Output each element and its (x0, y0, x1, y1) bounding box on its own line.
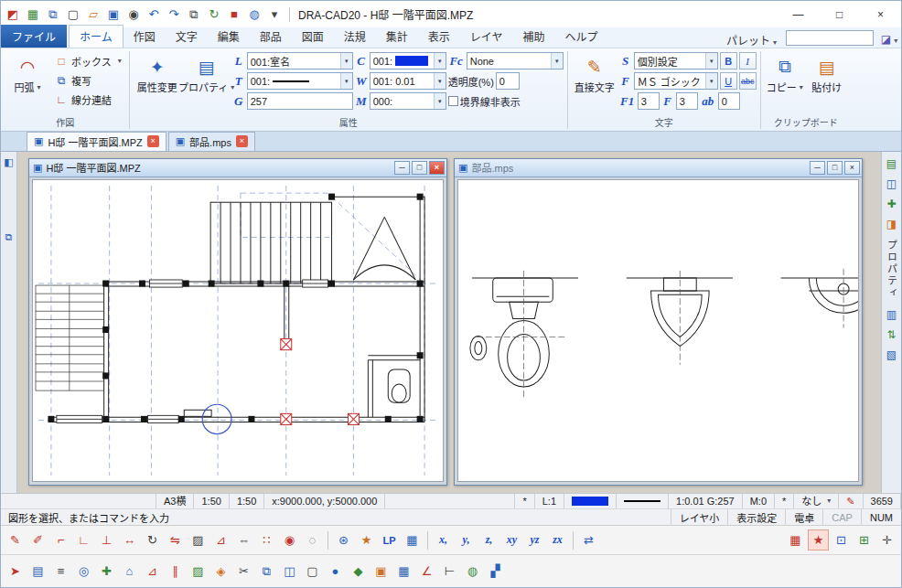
hatch-tool-icon[interactable]: ▨ (188, 529, 209, 551)
property-button[interactable]: ▤ プロパティ (183, 51, 231, 95)
settings-icon[interactable]: ⊛ (333, 529, 354, 551)
box-button[interactable]: □ボックス (51, 51, 125, 70)
dock-pages-icon[interactable]: ◧ (2, 155, 16, 170)
grid-icon[interactable]: ▦ (393, 561, 414, 582)
new-drawing-icon[interactable]: ▦ (24, 5, 42, 24)
print-preview-icon[interactable]: ◉ (124, 5, 143, 24)
add-icon[interactable]: ✚ (96, 561, 117, 582)
view-scale[interactable]: 1:50 (230, 494, 264, 509)
layer-small-button[interactable]: レイヤ小 (671, 509, 728, 526)
window-close-button[interactable]: × (429, 161, 445, 175)
underline-button[interactable]: U (720, 72, 737, 90)
corner-join-tool-icon[interactable]: ∟ (73, 529, 94, 551)
list-icon[interactable]: ≡ (50, 561, 71, 582)
target-icon[interactable]: ◎ (73, 561, 94, 582)
array-tool-icon[interactable]: ∷ (256, 529, 277, 551)
offset-tool-icon[interactable]: ⌐ (50, 529, 71, 551)
join-lines-button[interactable]: ∟線分連結 (51, 90, 125, 109)
node-tool-icon[interactable]: ◉ (279, 529, 300, 551)
drawing-scale[interactable]: 1:50 (194, 494, 229, 509)
boundary-hide-checkbox[interactable] (448, 96, 458, 106)
diamond-icon[interactable]: ◈ (210, 561, 231, 582)
close-tab-icon[interactable]: × (236, 135, 248, 147)
parts-window-titlebar[interactable]: ▣ 部品.mps ─ □ × (455, 159, 862, 177)
save-icon[interactable]: ▣ (104, 5, 123, 24)
coord-y-button[interactable]: y, (456, 529, 477, 551)
close-button[interactable]: × (860, 1, 901, 27)
strikethrough-button[interactable]: abc (739, 72, 757, 90)
paste-button[interactable]: ▤ 貼付け (807, 51, 847, 95)
maximize-button[interactable]: □ (819, 1, 860, 27)
edit-point-tool-icon[interactable]: ✎ (5, 529, 26, 551)
layer-combo[interactable]: 001:室名 (247, 52, 353, 69)
triangle-snap-icon[interactable]: ⊿ (142, 561, 163, 582)
property-panel-tab[interactable]: プロパティ (885, 240, 899, 299)
draw-line-tool-icon[interactable]: ✐ (27, 529, 48, 551)
current-color[interactable] (564, 494, 617, 509)
text-width-input[interactable]: 3 (676, 92, 698, 110)
arc-button[interactable]: ◠ 円弧 (5, 51, 49, 95)
material-combo[interactable]: 000: (370, 92, 446, 110)
mirror-tool-icon[interactable]: ⇋ (165, 529, 186, 551)
palette-grid-icon[interactable]: ▥ (884, 306, 900, 323)
doc-tab-parts[interactable]: ▣ 部品.mps × (168, 132, 255, 151)
window-maximize-button[interactable]: □ (412, 161, 427, 175)
tab-file[interactable]: ファイル (1, 25, 67, 48)
coord-xy-button[interactable]: xy (501, 529, 522, 551)
pages-icon[interactable]: ▤ (27, 561, 48, 582)
box-select-icon[interactable]: ▢ (302, 561, 323, 582)
doc-tab-floorplan[interactable]: ▣ H邸 一階平面図.MPZ × (27, 132, 166, 151)
ruler-icon[interactable]: ⊢ (439, 561, 460, 582)
zoom-window-icon[interactable]: ▦ (785, 529, 806, 551)
current-linetype[interactable] (617, 494, 669, 509)
palette-menu-button[interactable]: パレット (721, 32, 782, 48)
current-material[interactable]: M:0 (743, 494, 775, 509)
color-combo[interactable]: 001: (370, 52, 446, 69)
lp-button[interactable]: LP (379, 529, 400, 551)
window-maximize-button[interactable]: □ (827, 161, 843, 175)
tab-home[interactable]: ホーム (69, 25, 123, 48)
tab-text[interactable]: 文字 (166, 26, 208, 48)
search-input[interactable] (786, 30, 874, 46)
angle-icon[interactable]: ∠ (416, 561, 437, 582)
rotate-tool-icon[interactable]: ↻ (142, 529, 163, 551)
dock-views-icon[interactable]: ⧉ (2, 230, 16, 245)
quick-access-options-icon[interactable]: ▾ (265, 5, 284, 24)
group-number-input[interactable]: 257 (247, 92, 353, 110)
direct-text-button[interactable]: ✎ 直接文字 (572, 51, 617, 95)
fill-icon[interactable]: ▣ (370, 561, 392, 582)
window-close-button[interactable]: × (844, 161, 860, 175)
refresh-icon[interactable]: ↻ (205, 5, 223, 24)
tab-layer[interactable]: レイヤ (460, 26, 513, 48)
erase-tool-icon[interactable]: ◌ (302, 529, 323, 551)
tab-edit[interactable]: 編集 (208, 26, 250, 48)
fill-color-combo[interactable]: None (467, 52, 564, 69)
attr-change-button[interactable]: ✦ 属性変更 (134, 51, 181, 95)
current-layer[interactable]: L:1 (535, 494, 564, 509)
display-settings-button[interactable]: 表示設定 (727, 509, 785, 526)
point-icon[interactable]: ● (325, 561, 346, 582)
floorplan-canvas[interactable] (32, 179, 444, 482)
chart-icon[interactable]: ▞ (485, 561, 506, 582)
close-tab-icon[interactable]: × (147, 135, 159, 147)
tab-regulation[interactable]: 法規 (334, 26, 376, 48)
dimension-tool-icon[interactable]: ⇔ (233, 529, 254, 551)
pen-status-icon[interactable]: ✎ (839, 494, 863, 509)
palette-hatch-icon[interactable]: ▧ (884, 347, 900, 363)
page-setup-icon[interactable]: ⧉ (185, 5, 203, 24)
ribbon-options-icon[interactable]: ◪ (877, 33, 901, 48)
paper-size[interactable]: A3横 (156, 494, 194, 509)
flag-icon[interactable]: ➤ (5, 561, 26, 582)
palette-sort-icon[interactable]: ⇅ (884, 326, 900, 343)
calculator-button[interactable]: 電卓 (785, 509, 822, 526)
zoom-fit-icon[interactable]: ★ (808, 529, 829, 551)
minimize-button[interactable]: — (778, 1, 819, 27)
print-area-icon[interactable]: ⊞ (854, 529, 875, 551)
duplicate-button[interactable]: ⧉複写 (51, 70, 125, 90)
coord-yz-button[interactable]: yz (524, 529, 545, 551)
tab-view[interactable]: 表示 (418, 26, 460, 48)
redo-icon[interactable]: ↷ (165, 5, 183, 24)
palette-half-icon[interactable]: ◨ (884, 216, 900, 232)
zoom-prev-icon[interactable]: ⊡ (831, 529, 852, 551)
tab-help[interactable]: ヘルプ (554, 26, 607, 48)
